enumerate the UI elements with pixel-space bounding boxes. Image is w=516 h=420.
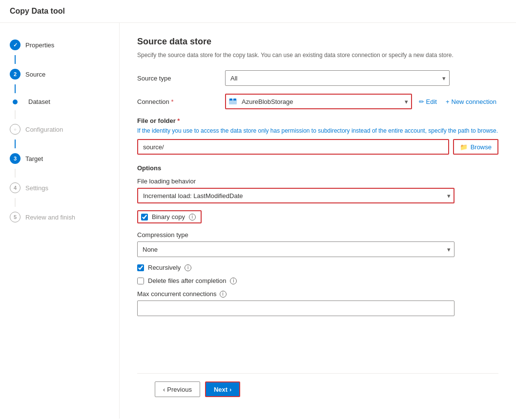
sidebar-label-configuration: Configuration (25, 126, 63, 133)
connection-required-marker: * (171, 98, 173, 105)
file-folder-label: File or folder * (137, 117, 498, 124)
recursively-row: Recursively i (137, 264, 498, 271)
sidebar-item-dataset[interactable]: Dataset (0, 93, 119, 110)
previous-label: Previous (167, 386, 192, 393)
connector-2 (15, 84, 16, 93)
browse-button[interactable]: 📁 Browse (453, 139, 498, 155)
max-concurrent-info-icon[interactable]: i (220, 291, 227, 298)
delete-files-info-icon[interactable]: i (230, 278, 237, 284)
next-button[interactable]: Next › (205, 381, 241, 397)
connector-3 (15, 110, 16, 119)
sidebar: ✓ Properties 2 Source Dataset ○ Configur… (0, 23, 120, 419)
sidebar-item-target[interactable]: 3 Target (0, 148, 119, 169)
options-section: Options File loading behavior Incrementa… (137, 164, 498, 316)
plus-icon: + (446, 98, 450, 105)
source-type-select-wrapper: All ▾ (225, 70, 450, 86)
section-description: Specify the source data store for the co… (137, 51, 498, 60)
step-circle-settings: 4 (10, 182, 21, 193)
sidebar-item-properties[interactable]: ✓ Properties (0, 35, 119, 55)
edit-label: Edit (426, 98, 437, 105)
new-connection-button[interactable]: + New connection (444, 98, 498, 105)
edit-button[interactable]: ✏ Edit (417, 98, 439, 105)
sidebar-item-configuration[interactable]: ○ Configuration (0, 119, 119, 140)
connection-select[interactable]: AzureBlobStorage (225, 94, 412, 109)
binary-copy-row: Binary copy i (137, 210, 202, 223)
new-connection-label: New connection (452, 98, 497, 105)
options-title: Options (137, 164, 498, 172)
app-title: Copy Data tool (0, 0, 516, 23)
max-concurrent-label: Max concurrent connections i (137, 290, 498, 298)
section-title: Source data store (137, 37, 498, 47)
delete-files-row: Delete files after completion i (137, 277, 498, 284)
max-concurrent-input[interactable] (137, 300, 454, 316)
connection-row: Connection * AzureBlobStorage (137, 94, 498, 109)
recursively-checkbox[interactable] (137, 264, 144, 271)
file-folder-hint: If the identity you use to access the da… (137, 126, 498, 135)
main-content: Source data store Specify the source dat… (120, 23, 516, 419)
step-circle-target: 3 (10, 153, 21, 164)
recursively-label: Recursively (148, 264, 181, 271)
sidebar-item-settings[interactable]: 4 Settings (0, 178, 119, 198)
source-type-control: All ▾ (225, 70, 450, 86)
file-folder-input[interactable] (137, 139, 449, 155)
recursively-info-icon[interactable]: i (185, 264, 191, 271)
compression-select[interactable]: None gzip bzip2 (137, 241, 454, 257)
step-dot-dataset (13, 100, 18, 104)
connection-select-wrapper: AzureBlobStorage ▾ (225, 94, 412, 109)
next-label: Next (214, 386, 227, 393)
binary-copy-info-icon[interactable]: i (189, 214, 196, 220)
delete-files-label: Delete files after completion (148, 277, 226, 284)
sidebar-item-source[interactable]: 2 Source (0, 64, 119, 84)
connection-label: Connection * (137, 98, 225, 105)
chevron-right-icon: › (229, 386, 231, 393)
sidebar-item-review[interactable]: 5 Review and finish (0, 207, 119, 227)
binary-copy-checkbox[interactable] (141, 214, 148, 220)
sidebar-label-review: Review and finish (25, 214, 75, 221)
footer: ‹ Previous Next › (137, 373, 498, 405)
file-loading-select[interactable]: Incremental load: LastModifiedDate Load … (137, 188, 454, 203)
compression-type-label: Compression type (137, 231, 498, 239)
file-folder-required-marker: * (177, 117, 180, 124)
step-circle-configuration: ○ (10, 124, 21, 135)
sidebar-label-dataset: Dataset (28, 98, 50, 105)
connector-4 (15, 140, 16, 148)
sidebar-label-settings: Settings (25, 184, 48, 192)
source-type-label: Source type (137, 75, 225, 82)
delete-files-checkbox[interactable] (137, 278, 144, 284)
connector-5 (15, 169, 16, 178)
pencil-icon: ✏ (419, 98, 424, 105)
step-circle-properties: ✓ (10, 40, 21, 50)
chevron-left-icon: ‹ (163, 386, 165, 393)
binary-copy-label: Binary copy (152, 213, 185, 220)
connector-6 (15, 198, 16, 207)
browse-label: Browse (471, 143, 492, 151)
step-circle-source: 2 (10, 69, 21, 80)
connector-1 (15, 55, 16, 64)
source-type-select[interactable]: All (225, 70, 450, 86)
file-loading-select-wrapper: Incremental load: LastModifiedDate Load … (137, 188, 454, 203)
file-folder-row: 📁 Browse (137, 139, 498, 155)
file-folder-section: File or folder * If the identity you use… (137, 117, 498, 155)
connection-controls: AzureBlobStorage ▾ ✏ Edit + New connecti… (225, 94, 498, 109)
previous-button[interactable]: ‹ Previous (155, 381, 200, 397)
step-circle-review: 5 (10, 212, 21, 222)
sidebar-label-properties: Properties (25, 41, 54, 49)
compression-select-wrapper: None gzip bzip2 ▾ (137, 241, 454, 257)
sidebar-label-target: Target (25, 155, 43, 162)
sidebar-label-source: Source (25, 71, 45, 78)
file-loading-behavior-label: File loading behavior (137, 178, 498, 185)
source-type-row: Source type All ▾ (137, 70, 498, 86)
folder-icon: 📁 (460, 143, 468, 151)
